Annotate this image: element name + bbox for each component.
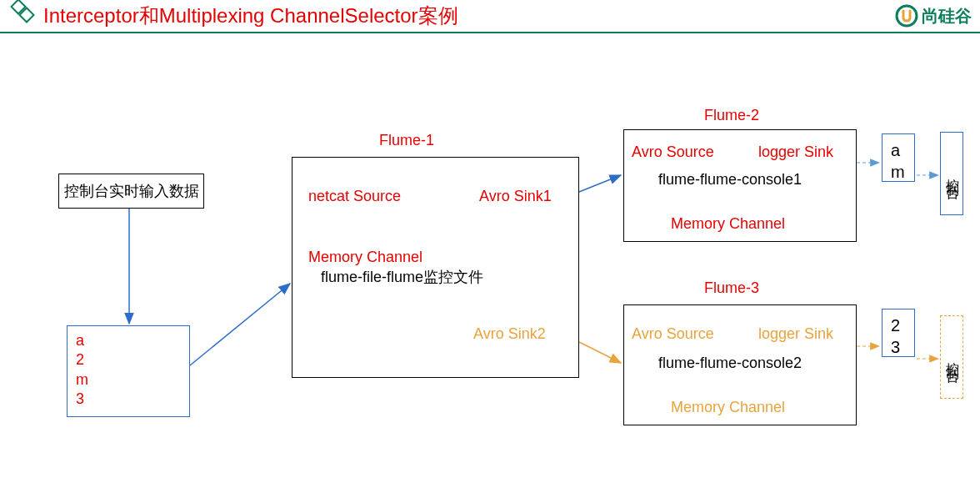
brand-icon — [895, 4, 918, 28]
svg-line-8 — [579, 175, 621, 192]
flume1-desc: flume-file-flume监控文件 — [321, 267, 483, 287]
flume3-title: Flume-3 — [704, 279, 759, 297]
brand-logo: 尚硅谷 — [895, 4, 972, 28]
flume1-title: Flume-1 — [379, 132, 434, 149]
output1-0: a — [891, 139, 900, 161]
flume3-desc: flume-flume-console2 — [658, 355, 802, 372]
flume2-sink: logger Sink — [758, 143, 833, 161]
input-title-box: 控制台实时输入数据 — [58, 174, 204, 209]
input-data-3: 3 — [76, 390, 84, 409]
console1-box: 控制台 — [940, 132, 963, 215]
flume2-desc: flume-flume-console1 — [658, 171, 802, 189]
slide-header: Interceptor和Multiplexing ChannelSelector… — [0, 0, 980, 33]
console1-label: 控制台 — [943, 169, 961, 179]
output1-1: m — [891, 161, 905, 183]
output2-box: 2 3 — [882, 309, 915, 357]
flume1-source: netcat Source — [308, 188, 401, 205]
flume1-channel: Memory Channel — [308, 249, 422, 266]
input-title-text: 控制台实时输入数据 — [64, 181, 199, 201]
flume1-sink1: Avro Sink1 — [479, 188, 552, 205]
input-data-2: m — [76, 370, 88, 390]
output2-0: 2 — [891, 314, 900, 336]
svg-point-2 — [897, 6, 917, 26]
input-data-box: a 2 m 3 — [67, 325, 190, 417]
output1-box: a m — [882, 133, 915, 182]
flume2-channel: Memory Channel — [671, 215, 785, 233]
flume1-sink2: Avro Sink2 — [473, 325, 546, 343]
console2-label: 控制台 — [943, 352, 961, 362]
input-data-1: 2 — [76, 350, 84, 370]
flume3-sink: logger Sink — [758, 325, 833, 343]
slide-title: Interceptor和Multiplexing ChannelSelector… — [43, 3, 458, 29]
flume2-title: Flume-2 — [704, 107, 759, 124]
flume3-channel: Memory Channel — [671, 399, 785, 416]
brand-text: 尚硅谷 — [922, 5, 972, 28]
svg-line-4 — [190, 284, 290, 365]
flume3-source: Avro Source — [632, 325, 714, 343]
diagram-canvas: 控制台实时输入数据 a 2 m 3 Flume-1 netcat Source … — [0, 33, 980, 478]
logo-icon — [8, 0, 37, 32]
console2-box: 控制台 — [940, 315, 963, 399]
input-data-0: a — [76, 331, 84, 350]
output2-1: 3 — [891, 336, 900, 358]
flume2-source: Avro Source — [632, 143, 714, 161]
svg-line-9 — [579, 342, 621, 363]
